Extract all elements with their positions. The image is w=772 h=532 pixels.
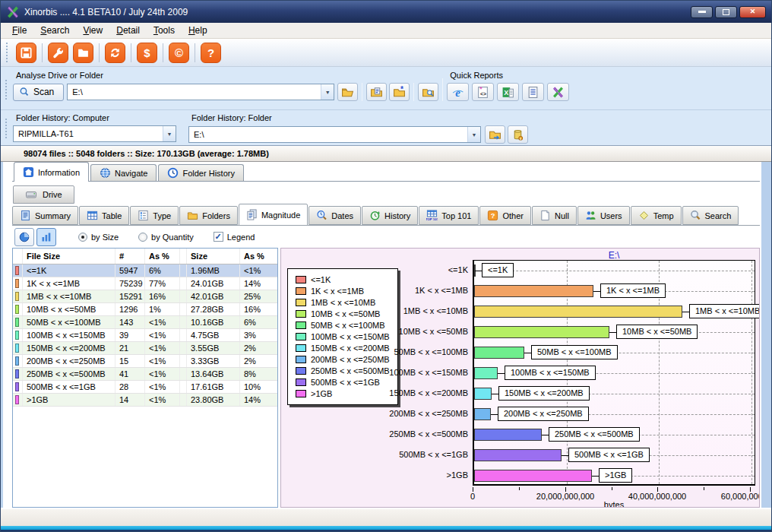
- toolbar-grip[interactable]: [5, 119, 8, 138]
- folderdoc-button[interactable]: [366, 83, 387, 101]
- subtab-folders[interactable]: Folders: [179, 206, 238, 225]
- subtab-null[interactable]: Null: [532, 206, 577, 225]
- subtab-users[interactable]: Users: [577, 206, 630, 225]
- column-header-count-pct[interactable]: As %: [145, 249, 180, 264]
- subtab-dates[interactable]: Dates: [308, 206, 361, 225]
- quick-report-xml-button[interactable]: *<>: [472, 83, 494, 101]
- chevron-down-icon[interactable]: ▼: [467, 127, 480, 142]
- tab-information[interactable]: Information: [14, 162, 89, 182]
- subtab-summary[interactable]: Summary: [12, 206, 78, 225]
- fh-computer-label: Folder History: Computer: [16, 113, 176, 122]
- minimize-button[interactable]: [691, 6, 713, 18]
- db-button[interactable]: i: [508, 125, 528, 144]
- table-row[interactable]: 100MB < x <=150MB 39 <1% 4.75GB 3%: [13, 329, 277, 342]
- cell-count-pct: 1%: [145, 303, 180, 315]
- chart-bar[interactable]: [474, 326, 609, 338]
- chart-bar[interactable]: [474, 408, 491, 420]
- quick-report-excel-button[interactable]: X: [497, 83, 519, 101]
- folderopen-button[interactable]: [337, 83, 358, 101]
- table-row[interactable]: 500MB < x <=1GB 28 <1% 17.61GB 10%: [13, 381, 277, 394]
- chart-bar[interactable]: [474, 367, 498, 379]
- fh-computer-combobox[interactable]: RIPMILLA-T61 ▼: [13, 125, 176, 142]
- chevron-down-icon[interactable]: ▼: [321, 84, 334, 100]
- column-header-swatch[interactable]: [13, 249, 23, 264]
- table-row[interactable]: 1K < x <=1MB 75239 77% 24.01GB 14%: [13, 277, 277, 290]
- table-row[interactable]: 150MB < x <=200MB 21 <1% 3.55GB 2%: [13, 342, 277, 355]
- toolbar-grip[interactable]: [5, 80, 8, 100]
- column-header-count[interactable]: #: [115, 249, 145, 264]
- xlogo-icon: [552, 86, 565, 99]
- subtab-search[interactable]: Search: [682, 206, 739, 225]
- menu-file[interactable]: File: [5, 24, 33, 37]
- table-row[interactable]: 10MB < x <=50MB 1296 1% 27.28GB 16%: [13, 303, 277, 316]
- temp-icon: [638, 210, 650, 221]
- subtab-other[interactable]: ?Other: [479, 206, 531, 225]
- subtab-history[interactable]: History: [362, 206, 418, 225]
- menu-tools[interactable]: Tools: [147, 24, 182, 37]
- subtab-magnitude[interactable]: Magnitude: [239, 204, 308, 226]
- pie-chart-button[interactable]: [14, 228, 34, 246]
- fh-folder-combobox[interactable]: E:\ ▼: [188, 126, 481, 143]
- radio-by-quantity[interactable]: by Quantity: [138, 233, 194, 242]
- tab-drive[interactable]: Drive: [13, 185, 74, 204]
- chart-bar[interactable]: [474, 285, 593, 297]
- chart-bar[interactable]: [474, 470, 592, 482]
- chevron-down-icon[interactable]: ▼: [163, 126, 176, 141]
- chart-row: 10MB < x <=50MB: [474, 322, 755, 343]
- save-button[interactable]: [16, 43, 36, 63]
- radio-button-icon[interactable]: [78, 233, 87, 242]
- tab-navigate[interactable]: Navigate: [90, 164, 157, 181]
- menu-help[interactable]: Help: [182, 24, 214, 37]
- color-swatch: [15, 318, 19, 327]
- tab-folder-history[interactable]: Folder History: [158, 164, 243, 181]
- radio-by-size[interactable]: by Size: [78, 233, 119, 242]
- chart-bar[interactable]: [474, 388, 492, 400]
- open-folder-button[interactable]: [73, 43, 93, 63]
- toolbar-grip[interactable]: [6, 43, 9, 62]
- cell-count: 5947: [115, 264, 145, 277]
- table-row[interactable]: <=1K 5947 6% 1.96MB <1%: [13, 264, 277, 277]
- table-row[interactable]: 200MB < x <=250MB 15 <1% 3.33GB 2%: [13, 355, 277, 368]
- chart-bar[interactable]: [474, 347, 524, 359]
- table-header-row[interactable]: File Size # As % Size As %: [13, 249, 277, 264]
- subtab-type[interactable]: Type: [130, 206, 179, 225]
- quick-report-report-button[interactable]: [522, 83, 544, 101]
- column-header-size[interactable]: Size: [187, 249, 240, 264]
- refresh-button[interactable]: [105, 43, 125, 63]
- menu-search[interactable]: Search: [33, 24, 76, 37]
- folderfind-button[interactable]: [418, 83, 438, 101]
- quick-report-xlogo-button[interactable]: [547, 83, 569, 101]
- table-row[interactable]: >1GB 14 <1% 23.80GB 14%: [13, 394, 277, 407]
- about-button[interactable]: ©: [169, 43, 189, 63]
- cost-button[interactable]: $: [137, 43, 157, 63]
- menu-view[interactable]: View: [76, 24, 109, 37]
- maximize-button[interactable]: [715, 6, 737, 18]
- chart-bar[interactable]: [474, 449, 562, 461]
- chart-bar[interactable]: [474, 429, 542, 441]
- cell-size-pct: 25%: [240, 290, 274, 302]
- close-button[interactable]: ✕: [739, 6, 766, 18]
- legend-checkbox[interactable]: ✓ Legend: [214, 232, 255, 242]
- help-button[interactable]: ?: [201, 43, 221, 63]
- quick-report-ie-button[interactable]: e: [447, 83, 469, 101]
- path-combobox[interactable]: E:\ ▼: [67, 84, 334, 100]
- cell-size-pct: 16%: [240, 303, 274, 315]
- scan-button[interactable]: Scan: [13, 84, 64, 101]
- foldergo-button[interactable]: [485, 125, 505, 144]
- foldernew-button[interactable]: *: [389, 83, 410, 101]
- bar-chart-button[interactable]: [36, 228, 56, 246]
- checkbox-icon[interactable]: ✓: [214, 232, 223, 242]
- menu-detail[interactable]: Detail: [109, 24, 147, 37]
- subtab-table[interactable]: Table: [79, 206, 129, 225]
- table-row[interactable]: 50MB < x <=100MB 143 <1% 10.16GB 6%: [13, 316, 277, 329]
- chart-bar[interactable]: [474, 306, 682, 318]
- table-row[interactable]: 1MB < x <=10MB 15291 16% 42.01GB 25%: [13, 290, 277, 303]
- subtab-top-101[interactable]: TOP 101Top 101: [419, 206, 479, 225]
- table-row[interactable]: 250MB < x <=500MB 41 <1% 13.64GB 8%: [13, 368, 277, 381]
- column-header-file-size[interactable]: File Size: [23, 249, 115, 264]
- settings-button[interactable]: [48, 43, 68, 63]
- title-bar[interactable]: Xinorbis .... 4.1 BETA10 / July 24th 200…: [1, 1, 771, 23]
- subtab-temp[interactable]: Temp: [631, 206, 682, 225]
- radio-button-icon[interactable]: [138, 233, 147, 242]
- column-header-size-pct[interactable]: As %: [240, 249, 274, 264]
